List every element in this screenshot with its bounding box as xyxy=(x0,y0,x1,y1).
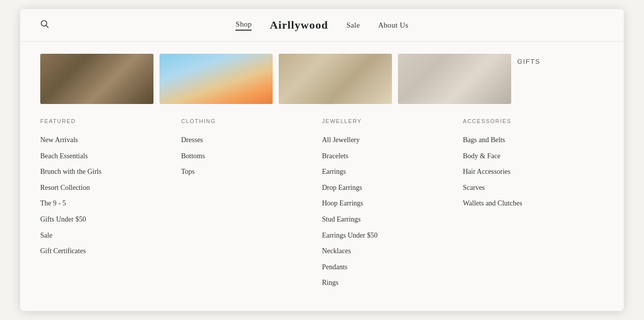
list-item: Earrings Under $50 xyxy=(322,228,453,244)
brand-name: Airllywood xyxy=(270,19,328,32)
tops-link[interactable]: Tops xyxy=(181,168,195,175)
drop-earrings-link[interactable]: Drop Earrings xyxy=(322,184,362,191)
list-item: Resort Collection xyxy=(40,180,171,196)
list-item: Pendants xyxy=(322,259,453,275)
list-item: Tops xyxy=(181,164,312,180)
list-item: Gifts Under $50 xyxy=(40,211,171,228)
clothing-column: CLOTHING Dresses Bottoms Tops xyxy=(181,118,322,291)
svg-line-1 xyxy=(46,25,49,28)
list-item: Earrings xyxy=(322,164,453,180)
jewellery-heading: JEWELLERY xyxy=(322,118,453,124)
sale-link[interactable]: Sale xyxy=(40,232,52,239)
nav-sale[interactable]: Sale xyxy=(346,21,360,30)
all-jewellery-link[interactable]: All Jewellery xyxy=(322,136,360,144)
list-item: Hair Accessories xyxy=(463,164,594,180)
clothing-heading: CLOTHING xyxy=(181,118,312,124)
list-item: New Arrivals xyxy=(40,132,171,148)
nav-shop[interactable]: Shop xyxy=(235,20,252,31)
accessories-list: Bags and Belts Body & Face Hair Accessor… xyxy=(463,132,594,211)
the-9-5-link[interactable]: The 9 - 5 xyxy=(40,199,66,207)
scarves-link[interactable]: Scarves xyxy=(463,184,485,191)
clothing-list: Dresses Bottoms Tops xyxy=(181,132,312,180)
list-item: Rings xyxy=(322,275,453,291)
hair-accessories-link[interactable]: Hair Accessories xyxy=(463,168,510,175)
list-item: Gift Certificates xyxy=(40,243,171,259)
gift-certificates-link[interactable]: Gift Certificates xyxy=(40,247,86,255)
clothing-image xyxy=(159,54,273,104)
hoop-earrings-link[interactable]: Hoop Earrings xyxy=(322,199,363,207)
featured-images-row: GIFTS xyxy=(40,54,604,104)
nav-about[interactable]: About Us xyxy=(378,21,408,30)
earrings-under-50-link[interactable]: Earrings Under $50 xyxy=(322,232,377,239)
stud-earrings-link[interactable]: Stud Earrings xyxy=(322,216,361,223)
beach-essentials-link[interactable]: Beach Essentials xyxy=(40,152,88,160)
main-nav: Shop Airllywood Sale About Us xyxy=(20,9,624,42)
resort-collection-link[interactable]: Resort Collection xyxy=(40,184,90,191)
list-item: All Jewellery xyxy=(322,132,453,148)
list-item: Stud Earrings xyxy=(322,211,453,228)
list-item: Scarves xyxy=(463,180,594,196)
accessories-column: ACCESSORIES Bags and Belts Body & Face H… xyxy=(463,118,604,291)
bottoms-link[interactable]: Bottoms xyxy=(181,152,205,160)
featured-heading: FEATURED xyxy=(40,118,171,124)
list-item: Bottoms xyxy=(181,148,312,164)
list-item: Bracelets xyxy=(322,148,453,164)
list-item: Body & Face xyxy=(463,148,594,164)
list-item: Beach Essentials xyxy=(40,148,171,164)
bracelets-link[interactable]: Bracelets xyxy=(322,152,348,160)
gifts-under-50-link[interactable]: Gifts Under $50 xyxy=(40,216,86,223)
list-item: Necklaces xyxy=(322,243,453,259)
list-item: Sale xyxy=(40,228,171,244)
accessories-image xyxy=(398,54,511,104)
body-face-link[interactable]: Body & Face xyxy=(463,152,501,160)
list-item: Hoop Earrings xyxy=(322,195,453,211)
list-item: Bags and Belts xyxy=(463,132,594,148)
menu-columns: FEATURED New Arrivals Beach Essentials B… xyxy=(40,118,604,291)
featured-column: FEATURED New Arrivals Beach Essentials B… xyxy=(40,118,181,291)
list-item: Dresses xyxy=(181,132,312,148)
pendants-link[interactable]: Pendants xyxy=(322,263,348,271)
wallets-clutches-link[interactable]: Wallets and Clutches xyxy=(463,199,522,207)
list-item: Wallets and Clutches xyxy=(463,195,594,211)
list-item: Brunch with the Girls xyxy=(40,164,171,180)
app-window: Shop Airllywood Sale About Us GIFTS FEAT… xyxy=(20,9,624,311)
gifts-label: GIFTS xyxy=(517,54,540,65)
brunch-girls-link[interactable]: Brunch with the Girls xyxy=(40,168,102,175)
nav-links: Shop Airllywood Sale About Us xyxy=(235,19,409,32)
featured-image-1 xyxy=(40,54,153,104)
bags-belts-link[interactable]: Bags and Belts xyxy=(463,136,505,144)
rings-link[interactable]: Rings xyxy=(322,279,339,286)
jewellery-image xyxy=(279,54,392,104)
jewellery-list: All Jewellery Bracelets Earrings Drop Ea… xyxy=(322,132,453,291)
list-item: The 9 - 5 xyxy=(40,195,171,211)
new-arrivals-link[interactable]: New Arrivals xyxy=(40,136,78,144)
accessories-heading: ACCESSORIES xyxy=(463,118,594,124)
jewellery-column: JEWELLERY All Jewellery Bracelets Earrin… xyxy=(322,118,463,291)
search-icon[interactable] xyxy=(40,20,49,31)
necklaces-link[interactable]: Necklaces xyxy=(322,247,351,255)
list-item: Drop Earrings xyxy=(322,180,453,196)
dresses-link[interactable]: Dresses xyxy=(181,136,203,144)
featured-list: New Arrivals Beach Essentials Brunch wit… xyxy=(40,132,171,259)
earrings-link[interactable]: Earrings xyxy=(322,168,346,175)
shop-dropdown: GIFTS FEATURED New Arrivals Beach Essent… xyxy=(20,42,624,311)
